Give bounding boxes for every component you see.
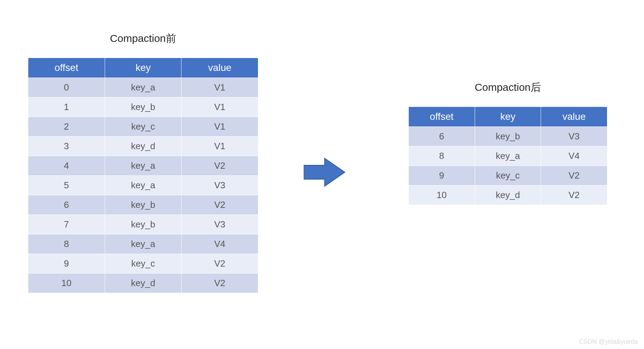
before-block: Compaction前 offset key value 0 key_a V1 … [28, 31, 258, 293]
cell-value: V3 [541, 127, 607, 146]
cell-value: V2 [182, 254, 258, 274]
cell-value: V1 [182, 137, 258, 156]
before-title: Compaction前 [28, 31, 258, 46]
cell-key: key_b [105, 97, 182, 117]
cell-value: V2 [541, 186, 607, 205]
table-row: 3 key_d V1 [28, 137, 258, 156]
table-row: 1 key_b V1 [28, 97, 258, 117]
table-row: 6 key_b V3 [409, 127, 607, 146]
cell-offset: 6 [409, 127, 475, 146]
cell-key: key_a [105, 156, 182, 176]
cell-offset: 2 [28, 117, 105, 137]
table-row: 0 key_a V1 [28, 78, 258, 97]
cell-key: key_d [475, 186, 541, 205]
cell-value: V2 [541, 166, 607, 186]
cell-key: key_d [105, 137, 182, 156]
arrow-icon [304, 157, 346, 188]
cell-value: V1 [182, 117, 258, 137]
table-row: 6 key_b V2 [28, 195, 258, 215]
cell-offset: 6 [28, 195, 105, 215]
cell-offset: 10 [28, 274, 105, 293]
cell-value: V2 [182, 195, 258, 215]
after-header-value: value [541, 107, 607, 127]
after-title: Compaction后 [408, 80, 607, 95]
cell-value: V2 [182, 274, 258, 293]
diagram-stage: Compaction前 offset key value 0 key_a V1 … [0, 0, 644, 349]
after-block: Compaction后 offset key value 6 key_b V3 … [408, 80, 607, 205]
cell-key: key_a [105, 176, 182, 195]
cell-key: key_b [105, 215, 182, 234]
after-header-offset: offset [409, 107, 475, 127]
cell-offset: 0 [28, 78, 105, 97]
before-header-value: value [182, 58, 258, 78]
cell-offset: 7 [28, 215, 105, 234]
table-row: 4 key_a V2 [28, 156, 258, 176]
cell-offset: 3 [28, 137, 105, 156]
cell-offset: 4 [28, 156, 105, 176]
cell-key: key_d [105, 274, 182, 293]
before-table: offset key value 0 key_a V1 1 key_b V1 2 [28, 58, 258, 293]
cell-key: key_c [105, 117, 182, 137]
cell-offset: 9 [28, 254, 105, 274]
cell-offset: 10 [409, 186, 475, 205]
cell-value: V1 [182, 97, 258, 117]
watermark-text: CSDN @yida&yueda [579, 338, 638, 346]
table-row: 10 key_d V2 [409, 186, 607, 205]
table-row: 7 key_b V3 [28, 215, 258, 234]
before-header-key: key [105, 58, 182, 78]
cell-key: key_a [475, 146, 541, 166]
before-header-row: offset key value [28, 58, 258, 78]
cell-key: key_c [475, 166, 541, 186]
cell-key: key_c [105, 254, 182, 274]
arrow-shape [304, 158, 345, 186]
cell-offset: 5 [28, 176, 105, 195]
cell-value: V3 [182, 176, 258, 195]
cell-value: V4 [541, 146, 607, 166]
table-row: 10 key_d V2 [28, 274, 258, 293]
cell-key: key_b [475, 127, 541, 146]
table-row: 8 key_a V4 [409, 146, 607, 166]
cell-offset: 1 [28, 97, 105, 117]
cell-offset: 9 [409, 166, 475, 186]
table-row: 8 key_a V4 [28, 234, 258, 254]
before-header-offset: offset [28, 58, 105, 78]
cell-offset: 8 [409, 146, 475, 166]
after-header-key: key [475, 107, 541, 127]
cell-key: key_a [105, 234, 182, 254]
cell-offset: 8 [28, 234, 105, 254]
table-row: 9 key_c V2 [28, 254, 258, 274]
after-table: offset key value 6 key_b V3 8 key_a V4 9 [408, 107, 607, 205]
cell-value: V4 [182, 234, 258, 254]
cell-key: key_a [105, 78, 182, 97]
table-row: 9 key_c V2 [409, 166, 607, 186]
after-header-row: offset key value [409, 107, 607, 127]
cell-key: key_b [105, 195, 182, 215]
cell-value: V1 [182, 78, 258, 97]
cell-value: V3 [182, 215, 258, 234]
table-row: 5 key_a V3 [28, 176, 258, 195]
cell-value: V2 [182, 156, 258, 176]
table-row: 2 key_c V1 [28, 117, 258, 137]
